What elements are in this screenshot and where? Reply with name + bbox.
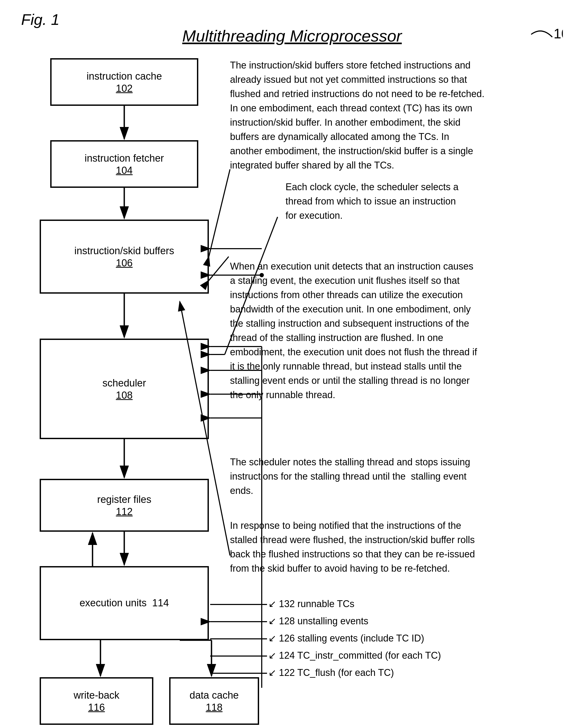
box-num-106: 106 (116, 257, 133, 269)
signal-132: ↙ 132 runnable TCs (268, 598, 355, 609)
box-label-112: register files (97, 493, 151, 506)
box-instruction-cache: instruction cache 102 (50, 58, 198, 106)
signal-128: ↙ 128 unstalling events (268, 616, 368, 627)
annotation-rollback: In response to being notified that the i… (230, 519, 560, 576)
signal-126: ↙ 126 stalling events (include TC ID) (268, 633, 424, 644)
box-num-108: 108 (116, 390, 133, 401)
box-num-102: 102 (116, 83, 133, 94)
box-label-108: scheduler (103, 377, 146, 390)
svg-line-28 (209, 257, 229, 280)
box-label-118: data cache (190, 689, 239, 702)
box-label-106: instruction/skid buffers (74, 244, 174, 257)
signal-122: ↙ 122 TC_flush (for each TC) (268, 667, 394, 678)
box-num-118: 118 (206, 702, 222, 713)
signal-124: ↙ 124 TC_instr_committed (for each TC) (268, 650, 441, 661)
annotation-scheduler: Each clock cycle, the scheduler selects … (285, 180, 563, 223)
box-label-114: execution units 114 (80, 597, 169, 609)
box-write-back: write-back 116 (40, 677, 153, 725)
annotation-skid-buffers: The instruction/skid buffers store fetch… (230, 58, 560, 173)
box-skid-buffers: instruction/skid buffers 106 (40, 219, 209, 294)
svg-line-11 (209, 169, 230, 257)
annotation-scheduler-stall: The scheduler notes the stalling thread … (230, 455, 560, 498)
box-num-116: 116 (88, 702, 105, 713)
box-label-104: instruction fetcher (85, 152, 164, 165)
box-execution-units: execution units 114 (40, 566, 209, 640)
page-title: Multithreading Microprocessor (0, 26, 584, 45)
box-num-112: 112 (116, 506, 133, 517)
box-label-102: instruction cache (86, 70, 162, 83)
box-num-104: 104 (116, 165, 133, 176)
box-label-116: write-back (74, 689, 119, 702)
svg-text:100: 100 (554, 26, 563, 41)
fig-label: Fig. 1 (21, 10, 59, 28)
box-register-files: register files 112 (40, 479, 209, 532)
box-instruction-fetcher: instruction fetcher 104 (50, 140, 198, 188)
box-data-cache: data cache 118 (169, 677, 259, 725)
ref-number-area: 100 (515, 21, 563, 48)
annotation-stalling: When an execution unit detects that an i… (230, 259, 560, 402)
box-scheduler: scheduler 108 (40, 339, 209, 439)
